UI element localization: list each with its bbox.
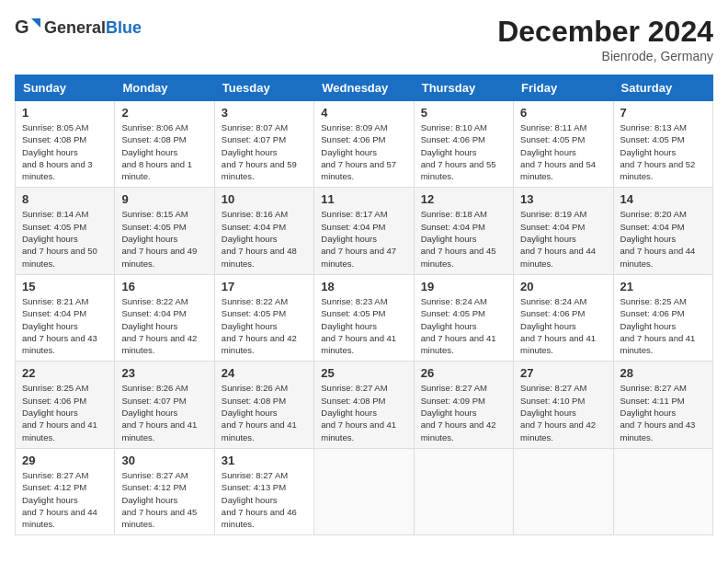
day-number: 2 (121, 106, 207, 120)
day-number: 30 (121, 454, 207, 467)
calendar-cell: 3 Sunrise: 8:07 AM Sunset: 4:07 PM Dayli… (214, 101, 313, 188)
day-number: 26 (421, 366, 506, 380)
calendar-cell: 21 Sunrise: 8:25 AM Sunset: 4:06 PM Dayl… (613, 274, 712, 361)
day-number: 5 (421, 106, 506, 120)
day-number: 27 (520, 366, 606, 380)
day-number: 3 (222, 106, 307, 120)
svg-text:G: G (15, 17, 29, 37)
calendar-header-row: Sunday Monday Tuesday Wednesday Thursday… (16, 75, 713, 101)
day-info: Sunrise: 8:23 AM Sunset: 4:05 PM Dayligh… (321, 295, 406, 356)
calendar-week-4: 22 Sunrise: 8:25 AM Sunset: 4:06 PM Dayl… (16, 362, 713, 448)
day-number: 6 (520, 106, 606, 120)
day-info: Sunrise: 8:24 AM Sunset: 4:06 PM Dayligh… (520, 295, 606, 356)
day-number: 18 (321, 280, 406, 293)
calendar-cell: 11 Sunrise: 8:17 AM Sunset: 4:04 PM Dayl… (314, 188, 414, 274)
col-saturday: Saturday (613, 75, 712, 101)
day-number: 7 (620, 106, 706, 120)
calendar-cell: 8 Sunrise: 8:14 AM Sunset: 4:05 PM Dayli… (16, 188, 115, 274)
calendar-location: Bienrode, Germany (497, 49, 713, 63)
day-info: Sunrise: 8:18 AM Sunset: 4:04 PM Dayligh… (421, 208, 506, 269)
day-number: 9 (121, 192, 207, 206)
calendar-cell: 19 Sunrise: 8:24 AM Sunset: 4:05 PM Dayl… (414, 274, 513, 361)
day-number: 12 (421, 192, 506, 206)
calendar-cell: 15 Sunrise: 8:21 AM Sunset: 4:04 PM Dayl… (16, 274, 115, 361)
day-info: Sunrise: 8:06 AM Sunset: 4:08 PM Dayligh… (121, 121, 207, 182)
day-number: 13 (520, 192, 606, 206)
day-number: 19 (421, 280, 506, 293)
day-info: Sunrise: 8:11 AM Sunset: 4:05 PM Dayligh… (520, 121, 606, 182)
calendar-cell: 9 Sunrise: 8:15 AM Sunset: 4:05 PM Dayli… (115, 188, 214, 274)
calendar-cell: 7 Sunrise: 8:13 AM Sunset: 4:05 PM Dayli… (613, 101, 712, 188)
calendar-cell: 14 Sunrise: 8:20 AM Sunset: 4:04 PM Dayl… (613, 188, 712, 274)
col-wednesday: Wednesday (314, 75, 414, 101)
calendar-cell: 2 Sunrise: 8:06 AM Sunset: 4:08 PM Dayli… (115, 101, 214, 188)
day-number: 24 (222, 366, 307, 380)
day-info: Sunrise: 8:19 AM Sunset: 4:04 PM Dayligh… (520, 208, 606, 269)
day-number: 17 (222, 280, 307, 293)
day-info: Sunrise: 8:25 AM Sunset: 4:06 PM Dayligh… (620, 295, 706, 356)
calendar-cell: 13 Sunrise: 8:19 AM Sunset: 4:04 PM Dayl… (514, 188, 613, 274)
day-number: 31 (222, 454, 307, 467)
day-number: 20 (520, 280, 606, 293)
calendar-cell: 30 Sunrise: 8:27 AM Sunset: 4:12 PM Dayl… (115, 448, 214, 534)
day-info: Sunrise: 8:27 AM Sunset: 4:11 PM Dayligh… (620, 382, 706, 442)
calendar-cell: 24 Sunrise: 8:26 AM Sunset: 4:08 PM Dayl… (214, 362, 313, 448)
day-number: 10 (222, 192, 307, 206)
logo-text-blue: Blue (106, 18, 142, 37)
day-info: Sunrise: 8:10 AM Sunset: 4:06 PM Dayligh… (421, 121, 506, 182)
calendar-cell: 5 Sunrise: 8:10 AM Sunset: 4:06 PM Dayli… (414, 101, 513, 188)
title-block: December 2024 Bienrode, Germany (497, 15, 713, 63)
calendar-table: Sunday Monday Tuesday Wednesday Thursday… (15, 75, 713, 535)
day-number: 23 (121, 366, 207, 380)
calendar-cell: 25 Sunrise: 8:27 AM Sunset: 4:08 PM Dayl… (314, 362, 414, 448)
calendar-cell: 4 Sunrise: 8:09 AM Sunset: 4:06 PM Dayli… (314, 101, 414, 188)
day-number: 21 (620, 280, 706, 293)
day-info: Sunrise: 8:14 AM Sunset: 4:05 PM Dayligh… (22, 208, 108, 269)
logo-icon: G (15, 15, 40, 40)
day-info: Sunrise: 8:27 AM Sunset: 4:09 PM Dayligh… (421, 382, 506, 442)
day-info: Sunrise: 8:15 AM Sunset: 4:05 PM Dayligh… (121, 208, 207, 269)
calendar-cell: 31 Sunrise: 8:27 AM Sunset: 4:13 PM Dayl… (214, 448, 313, 534)
day-info: Sunrise: 8:20 AM Sunset: 4:04 PM Dayligh… (620, 208, 706, 269)
calendar-cell (514, 448, 613, 534)
calendar-cell: 28 Sunrise: 8:27 AM Sunset: 4:11 PM Dayl… (613, 362, 712, 448)
day-number: 8 (22, 192, 108, 206)
day-info: Sunrise: 8:24 AM Sunset: 4:05 PM Dayligh… (421, 295, 506, 356)
col-thursday: Thursday (414, 75, 513, 101)
calendar-week-5: 29 Sunrise: 8:27 AM Sunset: 4:12 PM Dayl… (16, 448, 713, 534)
calendar-cell: 1 Sunrise: 8:05 AM Sunset: 4:08 PM Dayli… (16, 101, 115, 188)
day-info: Sunrise: 8:17 AM Sunset: 4:04 PM Dayligh… (321, 208, 406, 269)
col-friday: Friday (514, 75, 613, 101)
calendar-cell: 17 Sunrise: 8:22 AM Sunset: 4:05 PM Dayl… (214, 274, 313, 361)
calendar-cell (414, 448, 513, 534)
calendar-cell (314, 448, 414, 534)
day-info: Sunrise: 8:22 AM Sunset: 4:04 PM Dayligh… (121, 295, 207, 356)
logo-text-general: General (44, 18, 106, 37)
col-tuesday: Tuesday (214, 75, 313, 101)
col-monday: Monday (115, 75, 214, 101)
calendar-cell: 29 Sunrise: 8:27 AM Sunset: 4:12 PM Dayl… (16, 448, 115, 534)
day-info: Sunrise: 8:27 AM Sunset: 4:08 PM Dayligh… (321, 382, 406, 442)
day-info: Sunrise: 8:26 AM Sunset: 4:08 PM Dayligh… (222, 382, 307, 442)
day-info: Sunrise: 8:09 AM Sunset: 4:06 PM Dayligh… (321, 121, 406, 182)
day-info: Sunrise: 8:27 AM Sunset: 4:12 PM Dayligh… (121, 469, 207, 530)
calendar-cell: 6 Sunrise: 8:11 AM Sunset: 4:05 PM Dayli… (514, 101, 613, 188)
calendar-week-1: 1 Sunrise: 8:05 AM Sunset: 4:08 PM Dayli… (16, 101, 713, 188)
day-info: Sunrise: 8:25 AM Sunset: 4:06 PM Dayligh… (22, 382, 108, 442)
day-info: Sunrise: 8:22 AM Sunset: 4:05 PM Dayligh… (222, 295, 307, 356)
day-number: 22 (22, 366, 108, 380)
calendar-cell: 23 Sunrise: 8:26 AM Sunset: 4:07 PM Dayl… (115, 362, 214, 448)
day-info: Sunrise: 8:27 AM Sunset: 4:10 PM Dayligh… (520, 382, 606, 442)
day-number: 4 (321, 106, 406, 120)
day-number: 15 (22, 280, 108, 293)
col-sunday: Sunday (16, 75, 115, 101)
logo: G GeneralBlue (15, 15, 142, 40)
calendar-title: December 2024 (497, 15, 713, 49)
calendar-cell: 27 Sunrise: 8:27 AM Sunset: 4:10 PM Dayl… (514, 362, 613, 448)
day-info: Sunrise: 8:05 AM Sunset: 4:08 PM Dayligh… (22, 121, 108, 182)
day-info: Sunrise: 8:21 AM Sunset: 4:04 PM Dayligh… (22, 295, 108, 356)
calendar-cell: 18 Sunrise: 8:23 AM Sunset: 4:05 PM Dayl… (314, 274, 414, 361)
day-number: 28 (620, 366, 706, 380)
calendar-week-2: 8 Sunrise: 8:14 AM Sunset: 4:05 PM Dayli… (16, 188, 713, 274)
svg-marker-1 (31, 18, 40, 28)
